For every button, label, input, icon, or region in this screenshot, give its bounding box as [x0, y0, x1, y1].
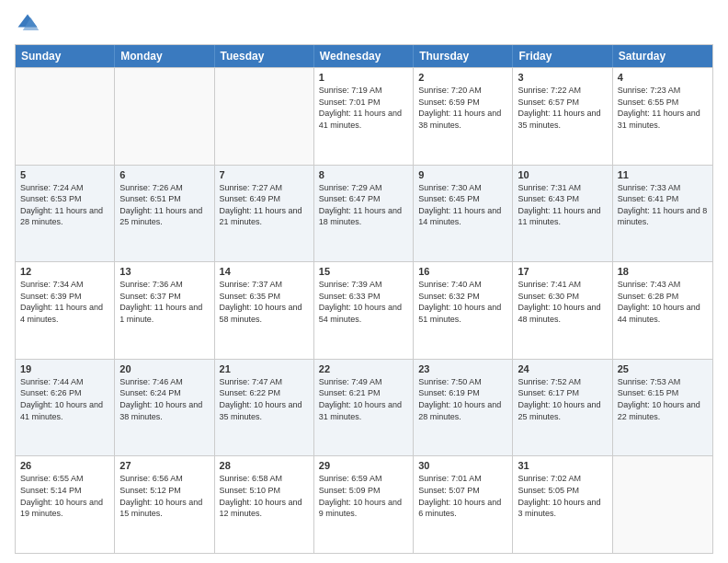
cell-date-number: 14	[220, 266, 309, 277]
calendar-cell: 5Sunrise: 7:24 AMSunset: 6:53 PMDaylight…	[16, 166, 115, 262]
cell-info: Sunrise: 7:43 AMSunset: 6:28 PMDaylight:…	[618, 279, 708, 325]
cell-info: Sunrise: 7:47 AMSunset: 6:22 PMDaylight:…	[220, 376, 309, 422]
cell-date-number: 10	[518, 169, 607, 180]
cell-info: Sunrise: 7:40 AMSunset: 6:32 PMDaylight:…	[418, 279, 507, 325]
header-day-thursday: Thursday	[414, 45, 513, 67]
calendar-cell: 19Sunrise: 7:44 AMSunset: 6:26 PMDayligh…	[16, 360, 115, 456]
cell-date-number: 18	[618, 266, 708, 277]
calendar-cell	[115, 68, 214, 165]
calendar-cell	[16, 68, 115, 165]
cell-info: Sunrise: 7:52 AMSunset: 6:17 PMDaylight:…	[518, 376, 607, 422]
cell-info: Sunrise: 7:53 AMSunset: 6:15 PMDaylight:…	[618, 376, 708, 422]
calendar-cell: 14Sunrise: 7:37 AMSunset: 6:35 PMDayligh…	[215, 262, 314, 359]
calendar-cell: 20Sunrise: 7:46 AMSunset: 6:24 PMDayligh…	[115, 360, 214, 456]
cell-date-number: 21	[220, 363, 309, 374]
header-day-tuesday: Tuesday	[215, 45, 314, 67]
calendar-cell: 22Sunrise: 7:49 AMSunset: 6:21 PMDayligh…	[314, 360, 414, 456]
cell-date-number: 17	[518, 266, 607, 277]
cell-info: Sunrise: 7:19 AMSunset: 7:01 PMDaylight:…	[319, 85, 408, 131]
header-day-sunday: Sunday	[16, 45, 115, 67]
calendar-cell: 7Sunrise: 7:27 AMSunset: 6:49 PMDaylight…	[215, 166, 314, 262]
calendar-week-2: 5Sunrise: 7:24 AMSunset: 6:53 PMDaylight…	[16, 165, 712, 262]
calendar-cell: 18Sunrise: 7:43 AMSunset: 6:28 PMDayligh…	[613, 262, 712, 359]
cell-date-number: 22	[319, 363, 408, 374]
cell-date-number: 19	[20, 363, 109, 374]
cell-info: Sunrise: 7:37 AMSunset: 6:35 PMDaylight:…	[220, 279, 309, 325]
calendar-cell: 25Sunrise: 7:53 AMSunset: 6:15 PMDayligh…	[613, 360, 712, 456]
cell-info: Sunrise: 6:56 AMSunset: 5:12 PMDaylight:…	[119, 473, 209, 519]
cell-date-number: 26	[20, 460, 109, 471]
cell-info: Sunrise: 7:24 AMSunset: 6:53 PMDaylight:…	[20, 182, 109, 228]
header-day-friday: Friday	[513, 45, 612, 67]
logo-icon	[15, 11, 40, 37]
calendar-cell: 28Sunrise: 6:58 AMSunset: 5:10 PMDayligh…	[215, 456, 314, 553]
cell-date-number: 24	[518, 363, 607, 374]
cell-date-number: 3	[518, 72, 607, 83]
cell-date-number: 28	[220, 460, 309, 471]
cell-date-number: 13	[119, 266, 209, 277]
calendar-cell: 27Sunrise: 6:56 AMSunset: 5:12 PMDayligh…	[115, 456, 214, 553]
calendar-cell: 16Sunrise: 7:40 AMSunset: 6:32 PMDayligh…	[414, 262, 513, 359]
cell-info: Sunrise: 7:02 AMSunset: 5:05 PMDaylight:…	[518, 473, 607, 519]
page: SundayMondayTuesdayWednesdayThursdayFrid…	[0, 0, 728, 563]
cell-info: Sunrise: 7:44 AMSunset: 6:26 PMDaylight:…	[20, 376, 109, 422]
cell-date-number: 16	[418, 266, 507, 277]
cell-info: Sunrise: 7:33 AMSunset: 6:41 PMDaylight:…	[618, 182, 708, 228]
calendar-cell	[215, 68, 314, 165]
calendar-cell: 3Sunrise: 7:22 AMSunset: 6:57 PMDaylight…	[513, 68, 612, 165]
cell-info: Sunrise: 7:23 AMSunset: 6:55 PMDaylight:…	[618, 85, 708, 131]
cell-info: Sunrise: 7:31 AMSunset: 6:43 PMDaylight:…	[518, 182, 607, 228]
cell-date-number: 9	[418, 169, 507, 180]
cell-info: Sunrise: 7:41 AMSunset: 6:30 PMDaylight:…	[518, 279, 607, 325]
cell-date-number: 25	[618, 363, 708, 374]
calendar-cell: 17Sunrise: 7:41 AMSunset: 6:30 PMDayligh…	[513, 262, 612, 359]
calendar-cell: 23Sunrise: 7:50 AMSunset: 6:19 PMDayligh…	[414, 360, 513, 456]
cell-date-number: 11	[618, 169, 708, 180]
calendar-cell: 30Sunrise: 7:01 AMSunset: 5:07 PMDayligh…	[414, 456, 513, 553]
calendar-header: SundayMondayTuesdayWednesdayThursdayFrid…	[16, 45, 712, 67]
calendar-cell: 21Sunrise: 7:47 AMSunset: 6:22 PMDayligh…	[215, 360, 314, 456]
cell-date-number: 30	[418, 460, 507, 471]
cell-date-number: 6	[119, 169, 209, 180]
cell-info: Sunrise: 7:22 AMSunset: 6:57 PMDaylight:…	[518, 85, 607, 131]
cell-info: Sunrise: 7:29 AMSunset: 6:47 PMDaylight:…	[319, 182, 408, 228]
cell-info: Sunrise: 7:50 AMSunset: 6:19 PMDaylight:…	[418, 376, 507, 422]
cell-date-number: 5	[20, 169, 109, 180]
calendar-cell: 4Sunrise: 7:23 AMSunset: 6:55 PMDaylight…	[613, 68, 712, 165]
calendar: SundayMondayTuesdayWednesdayThursdayFrid…	[15, 44, 713, 554]
cell-date-number: 31	[518, 460, 607, 471]
calendar-cell: 9Sunrise: 7:30 AMSunset: 6:45 PMDaylight…	[414, 166, 513, 262]
cell-info: Sunrise: 7:26 AMSunset: 6:51 PMDaylight:…	[119, 182, 209, 228]
cell-date-number: 27	[119, 460, 209, 471]
calendar-cell: 11Sunrise: 7:33 AMSunset: 6:41 PMDayligh…	[613, 166, 712, 262]
calendar-cell: 15Sunrise: 7:39 AMSunset: 6:33 PMDayligh…	[314, 262, 414, 359]
cell-info: Sunrise: 7:49 AMSunset: 6:21 PMDaylight:…	[319, 376, 408, 422]
calendar-cell: 6Sunrise: 7:26 AMSunset: 6:51 PMDaylight…	[115, 166, 214, 262]
cell-info: Sunrise: 6:58 AMSunset: 5:10 PMDaylight:…	[220, 473, 309, 519]
cell-info: Sunrise: 6:55 AMSunset: 5:14 PMDaylight:…	[20, 473, 109, 519]
cell-info: Sunrise: 6:59 AMSunset: 5:09 PMDaylight:…	[319, 473, 408, 519]
calendar-cell: 10Sunrise: 7:31 AMSunset: 6:43 PMDayligh…	[513, 166, 612, 262]
cell-date-number: 2	[418, 72, 507, 83]
calendar-cell	[613, 456, 712, 553]
header	[15, 11, 713, 37]
cell-date-number: 29	[319, 460, 408, 471]
cell-info: Sunrise: 7:30 AMSunset: 6:45 PMDaylight:…	[418, 182, 507, 228]
calendar-week-5: 26Sunrise: 6:55 AMSunset: 5:14 PMDayligh…	[16, 455, 712, 553]
cell-info: Sunrise: 7:34 AMSunset: 6:39 PMDaylight:…	[20, 279, 109, 325]
cell-info: Sunrise: 7:20 AMSunset: 6:59 PMDaylight:…	[418, 85, 507, 131]
calendar-week-4: 19Sunrise: 7:44 AMSunset: 6:26 PMDayligh…	[16, 359, 712, 456]
cell-date-number: 15	[319, 266, 408, 277]
calendar-cell: 13Sunrise: 7:36 AMSunset: 6:37 PMDayligh…	[115, 262, 214, 359]
calendar-body: 1Sunrise: 7:19 AMSunset: 7:01 PMDaylight…	[16, 67, 712, 553]
cell-date-number: 20	[119, 363, 209, 374]
cell-date-number: 1	[319, 72, 408, 83]
cell-date-number: 8	[319, 169, 408, 180]
calendar-cell: 29Sunrise: 6:59 AMSunset: 5:09 PMDayligh…	[314, 456, 414, 553]
calendar-cell: 1Sunrise: 7:19 AMSunset: 7:01 PMDaylight…	[314, 68, 414, 165]
cell-date-number: 23	[418, 363, 507, 374]
cell-info: Sunrise: 7:39 AMSunset: 6:33 PMDaylight:…	[319, 279, 408, 325]
header-day-monday: Monday	[115, 45, 214, 67]
cell-info: Sunrise: 7:36 AMSunset: 6:37 PMDaylight:…	[119, 279, 209, 325]
cell-info: Sunrise: 7:46 AMSunset: 6:24 PMDaylight:…	[119, 376, 209, 422]
